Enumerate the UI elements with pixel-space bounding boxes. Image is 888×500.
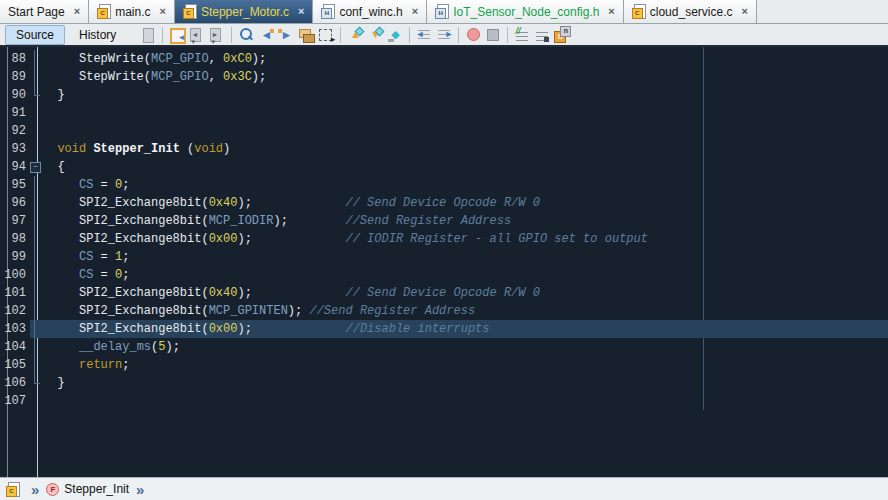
code-line-104: 104 __delay_ms(5); bbox=[0, 338, 888, 356]
line-number[interactable]: 98 bbox=[0, 230, 30, 248]
code-line-103: 103 SPI2_Exchange8bit(0x00); //Disable i… bbox=[0, 320, 888, 338]
back-dropdown-icon[interactable] bbox=[188, 26, 206, 44]
source-button[interactable]: Source bbox=[5, 25, 65, 45]
toggle-highlight-icon[interactable] bbox=[297, 26, 315, 44]
code-text[interactable]: CS = 0; bbox=[40, 266, 888, 284]
breadcrumb-function-name[interactable]: Stepper_Init bbox=[64, 482, 129, 496]
previous-bookmark-icon[interactable] bbox=[346, 26, 364, 44]
tab-label: cloud_service.c bbox=[650, 5, 733, 19]
fold-guide bbox=[30, 374, 40, 392]
line-number[interactable]: 90 bbox=[0, 86, 30, 104]
code-line-105: 105 return; bbox=[0, 356, 888, 374]
line-number[interactable]: 94 bbox=[0, 158, 30, 176]
line-number[interactable]: 88 bbox=[0, 50, 30, 68]
close-icon[interactable]: × bbox=[298, 6, 304, 17]
separator bbox=[409, 27, 410, 43]
shift-left-icon[interactable] bbox=[415, 26, 433, 44]
close-icon[interactable]: × bbox=[742, 6, 748, 17]
line-number[interactable]: 96 bbox=[0, 194, 30, 212]
code-text[interactable]: CS = 1; bbox=[40, 248, 888, 266]
line-number[interactable]: 101 bbox=[0, 284, 30, 302]
jump-back-icon[interactable] bbox=[168, 26, 186, 44]
line-number[interactable]: 99 bbox=[0, 248, 30, 266]
tab-stepper-motor-c[interactable]: Stepper_Motor.c× bbox=[175, 0, 314, 23]
fold-guide bbox=[30, 212, 40, 230]
fold-guide bbox=[30, 248, 40, 266]
tab-cloud-service-c[interactable]: cloud_service.c× bbox=[624, 0, 757, 23]
line-number[interactable]: 105 bbox=[0, 356, 30, 374]
line-number[interactable]: 97 bbox=[0, 212, 30, 230]
file-c-icon bbox=[183, 4, 197, 19]
tab-label: conf_winc.h bbox=[339, 5, 402, 19]
line-number[interactable]: 102 bbox=[0, 302, 30, 320]
last-edit-icon[interactable] bbox=[139, 26, 157, 44]
tab-conf-winc-h[interactable]: conf_winc.h× bbox=[313, 0, 427, 23]
rectangular-selection-icon[interactable] bbox=[317, 26, 335, 44]
toggle-bookmark-icon[interactable] bbox=[386, 26, 404, 44]
code-text[interactable]: SPI2_Exchange8bit(0x00); //Disable inter… bbox=[40, 320, 888, 338]
chevron-right-icon[interactable]: » bbox=[31, 482, 39, 497]
code-text[interactable] bbox=[40, 122, 888, 140]
uncomment-icon[interactable] bbox=[533, 26, 551, 44]
code-text[interactable]: SPI2_Exchange8bit(0x00); // IODIR Regist… bbox=[40, 230, 888, 248]
code-text[interactable]: StepWrite(MCP_GPIO, 0x3C); bbox=[40, 68, 888, 86]
line-number[interactable]: 104 bbox=[0, 338, 30, 356]
code-text[interactable]: } bbox=[40, 374, 888, 392]
tab-main-c[interactable]: main.c× bbox=[89, 0, 175, 23]
fold-guide bbox=[30, 320, 40, 338]
code-editor[interactable]: 88 StepWrite(MCP_GPIO, 0xC0);89 StepWrit… bbox=[0, 47, 888, 477]
code-lines: 88 StepWrite(MCP_GPIO, 0xC0);89 StepWrit… bbox=[0, 50, 888, 410]
line-number[interactable]: 107 bbox=[0, 392, 30, 410]
line-number[interactable]: 92 bbox=[0, 122, 30, 140]
code-line-101: 101 SPI2_Exchange8bit(0x40); // Send Dev… bbox=[0, 284, 888, 302]
tab-iot-sensor-node-config-h[interactable]: IoT_Sensor_Node_config.h× bbox=[427, 0, 624, 23]
code-line-106: 106 } bbox=[0, 374, 888, 392]
fold-guide bbox=[30, 50, 40, 68]
tab-start-page[interactable]: Start Page× bbox=[0, 0, 89, 23]
code-text[interactable]: SPI2_Exchange8bit(MCP_GPINTEN); //Send R… bbox=[40, 302, 888, 320]
code-text[interactable]: SPI2_Exchange8bit(0x40); // Send Device … bbox=[40, 194, 888, 212]
code-line-92: 92 bbox=[0, 122, 888, 140]
start-macro-recording-icon[interactable] bbox=[464, 26, 482, 44]
shift-right-icon[interactable] bbox=[435, 26, 453, 44]
toggle-header-source-icon[interactable] bbox=[553, 26, 571, 44]
close-icon[interactable]: × bbox=[412, 6, 418, 17]
code-text[interactable]: SPI2_Exchange8bit(MCP_IODIR); //Send Reg… bbox=[40, 212, 888, 230]
file-h-icon bbox=[435, 4, 449, 19]
code-text[interactable] bbox=[40, 392, 888, 410]
line-number[interactable]: 95 bbox=[0, 176, 30, 194]
forward-dropdown-icon[interactable] bbox=[208, 26, 226, 44]
code-line-100: 100 CS = 0; bbox=[0, 266, 888, 284]
code-text[interactable]: SPI2_Exchange8bit(0x40); // Send Device … bbox=[40, 284, 888, 302]
line-number[interactable]: 93 bbox=[0, 140, 30, 158]
code-line-91: 91 bbox=[0, 104, 888, 122]
code-text[interactable]: } bbox=[40, 86, 888, 104]
close-icon[interactable]: × bbox=[74, 6, 80, 17]
close-icon[interactable]: × bbox=[159, 6, 165, 17]
code-text[interactable]: CS = 0; bbox=[40, 176, 888, 194]
history-button[interactable]: History bbox=[68, 25, 127, 45]
line-number[interactable]: 89 bbox=[0, 68, 30, 86]
code-line-97: 97 SPI2_Exchange8bit(MCP_IODIR); //Send … bbox=[0, 212, 888, 230]
code-text[interactable]: { bbox=[40, 158, 888, 176]
fold-toggle-icon[interactable] bbox=[30, 158, 40, 176]
line-number[interactable]: 103 bbox=[0, 320, 30, 338]
find-previous-icon[interactable] bbox=[257, 26, 275, 44]
editor-toolbar: Source History bbox=[0, 24, 888, 47]
close-icon[interactable]: × bbox=[608, 6, 614, 17]
code-text[interactable]: return; bbox=[40, 356, 888, 374]
line-number[interactable]: 91 bbox=[0, 104, 30, 122]
find-selection-icon[interactable] bbox=[237, 26, 255, 44]
code-text[interactable]: void Stepper_Init (void) bbox=[40, 140, 888, 158]
code-text[interactable]: StepWrite(MCP_GPIO, 0xC0); bbox=[40, 50, 888, 68]
line-number[interactable]: 100 bbox=[0, 266, 30, 284]
stop-macro-recording-icon[interactable] bbox=[484, 26, 502, 44]
code-text[interactable]: __delay_ms(5); bbox=[40, 338, 888, 356]
code-text[interactable] bbox=[40, 104, 888, 122]
chevron-right-icon[interactable]: » bbox=[136, 482, 144, 497]
comment-icon[interactable] bbox=[513, 26, 531, 44]
next-bookmark-icon[interactable] bbox=[366, 26, 384, 44]
code-line-93: 93 void Stepper_Init (void) bbox=[0, 140, 888, 158]
line-number[interactable]: 106 bbox=[0, 374, 30, 392]
find-next-icon[interactable] bbox=[277, 26, 295, 44]
